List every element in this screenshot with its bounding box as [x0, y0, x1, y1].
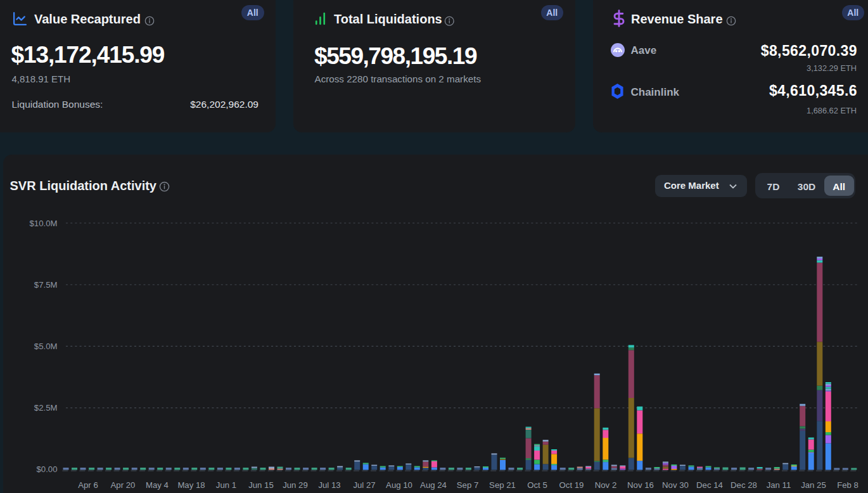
svg-text:Jan 25: Jan 25 — [801, 480, 826, 490]
svg-text:$2.5M: $2.5M — [34, 403, 58, 413]
svg-text:Oct 19: Oct 19 — [559, 480, 584, 490]
svg-text:$10.0M: $10.0M — [30, 219, 58, 228]
svg-text:Jun 15: Jun 15 — [248, 480, 274, 490]
svg-text:Feb 8: Feb 8 — [837, 480, 858, 490]
svg-text:Sep 7: Sep 7 — [457, 480, 478, 490]
svg-text:$5.0M: $5.0M — [34, 342, 58, 351]
svg-text:Jun 1: Jun 1 — [216, 480, 236, 490]
svg-text:Aug 10: Aug 10 — [386, 480, 412, 490]
svg-text:Jun 29: Jun 29 — [283, 480, 308, 490]
svg-text:Nov 2: Nov 2 — [595, 480, 616, 490]
svg-text:$7.5M: $7.5M — [34, 280, 58, 290]
svg-text:$0.00: $0.00 — [36, 464, 57, 474]
svg-text:Dec 14: Dec 14 — [696, 480, 723, 490]
svg-text:Apr 6: Apr 6 — [78, 480, 98, 490]
svg-text:Jul 13: Jul 13 — [318, 480, 340, 490]
svg-text:Dec 28: Dec 28 — [731, 480, 757, 490]
svg-text:May 18: May 18 — [177, 480, 205, 490]
svg-text:Aug 24: Aug 24 — [420, 480, 447, 490]
svg-text:Oct 5: Oct 5 — [527, 480, 547, 490]
svg-text:Jan 11: Jan 11 — [767, 480, 791, 490]
svg-text:May 4: May 4 — [146, 480, 169, 490]
svg-text:Jul 27: Jul 27 — [353, 480, 375, 490]
svg-text:Nov 30: Nov 30 — [662, 480, 689, 490]
svg-text:Nov 16: Nov 16 — [627, 480, 654, 490]
svg-text:Sep 21: Sep 21 — [489, 480, 516, 490]
svg-text:Apr 20: Apr 20 — [111, 480, 136, 490]
